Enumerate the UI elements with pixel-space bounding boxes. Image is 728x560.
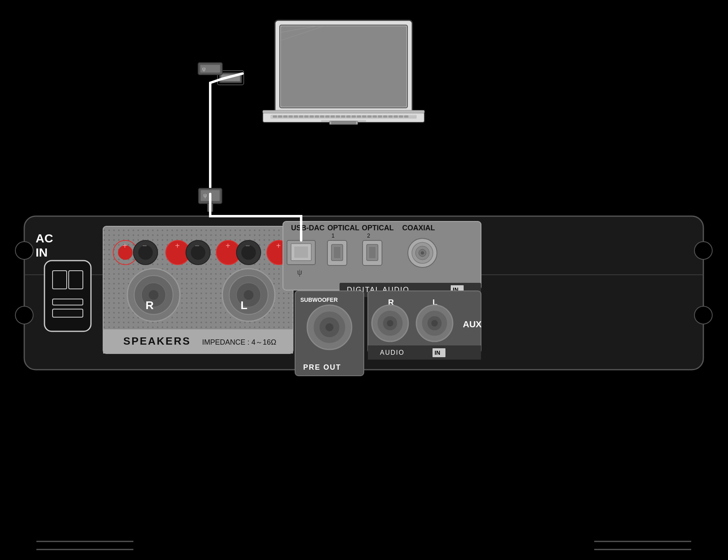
diagram-area — [0, 0, 728, 560]
